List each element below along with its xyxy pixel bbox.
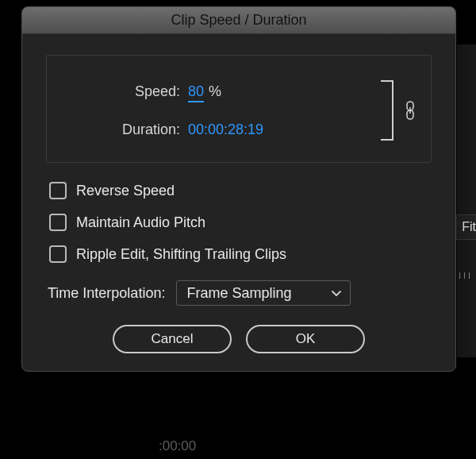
reverse-speed-checkbox-row[interactable]: Reverse Speed [49,182,432,199]
cancel-button-label: Cancel [152,331,194,347]
speed-duration-group: Speed: 80 % Duration: 00:00:28:19 [46,55,432,163]
timeline-timecode: :00:00 [159,438,196,454]
time-interpolation-row: Time Interpolation: Frame Sampling [46,280,432,306]
panel-background [457,44,476,357]
chevron-down-icon [331,287,342,299]
fit-button[interactable]: Fit [455,214,476,240]
dialog-title: Clip Speed / Duration [171,12,306,29]
cancel-button[interactable]: Cancel [113,325,232,353]
reverse-speed-checkbox[interactable] [49,182,67,199]
speed-input[interactable]: 80 [188,83,204,102]
speed-duration-link[interactable] [380,79,416,141]
checkbox-group: Reverse Speed Maintain Audio Pitch Rippl… [46,182,432,263]
duration-field-row: Duration: 00:00:28:19 [61,122,363,138]
dialog-body: Speed: 80 % Duration: 00:00:28:19 [22,34,455,371]
ripple-edit-label: Ripple Edit, Shifting Trailing Clips [76,246,286,263]
fit-button-label: Fit [462,220,476,234]
speed-suffix: % [209,83,221,100]
link-bracket-icon [380,79,396,141]
time-interpolation-select[interactable]: Frame Sampling [176,280,351,306]
dialog-buttons: Cancel OK [46,325,432,353]
reverse-speed-label: Reverse Speed [76,183,175,199]
time-interpolation-value: Frame Sampling [186,285,291,302]
speed-label: Speed: [61,83,180,100]
maintain-pitch-label: Maintain Audio Pitch [76,214,205,231]
maintain-pitch-checkbox-row[interactable]: Maintain Audio Pitch [49,214,432,231]
time-interpolation-label: Time Interpolation: [48,285,165,302]
dialog-titlebar[interactable]: Clip Speed / Duration [22,7,455,34]
speed-field-row: Speed: 80 % [61,83,363,102]
chain-link-icon [404,101,416,120]
ruler-ticks [459,272,470,279]
ok-button-label: OK [296,331,316,347]
ripple-edit-checkbox-row[interactable]: Ripple Edit, Shifting Trailing Clips [49,245,432,263]
duration-label: Duration: [61,122,180,138]
ripple-edit-checkbox[interactable] [49,245,67,263]
duration-input[interactable]: 00:00:28:19 [188,122,263,138]
maintain-pitch-checkbox[interactable] [49,214,67,231]
ok-button[interactable]: OK [246,325,365,353]
clip-speed-duration-dialog: Clip Speed / Duration Speed: 80 % Durati… [21,6,456,372]
